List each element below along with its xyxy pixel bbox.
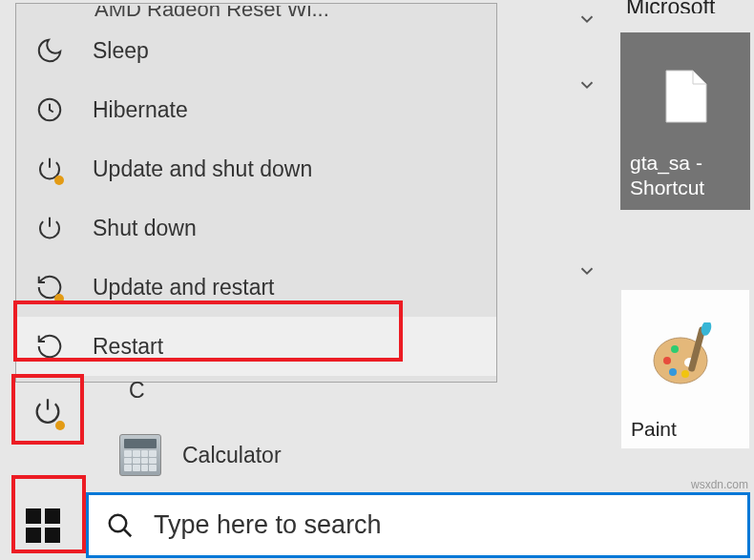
power-options-menu: AMD Radeon Reset Wi... Sleep Hibernate [15,3,497,383]
power-update-icon [33,153,66,185]
tile-paint-label: Paint [631,418,677,441]
truncated-app-name: AMD Radeon Reset Wi... [16,6,496,21]
clock-icon [33,93,66,126]
tile-gta-sa-shortcut[interactable]: gta_sa - Shortcut [620,32,750,210]
restart-icon [33,330,66,363]
restart-label: Restart [93,334,163,360]
windows-logo-icon [26,508,60,543]
calculator-icon [119,434,161,476]
sleep-label: Sleep [93,38,149,64]
start-button[interactable] [0,490,86,560]
shutdown-label: Shut down [93,216,197,241]
update-restart-item[interactable]: Update and restart [16,258,496,317]
restart-update-icon [33,271,66,303]
sleep-item[interactable]: Sleep [16,21,496,80]
update-shutdown-label: Update and shut down [93,156,312,182]
shutdown-item[interactable]: Shut down [16,198,496,258]
start-menu-area: AMD Radeon Reset Wi... Sleep Hibernate [0,0,607,560]
file-icon [664,69,708,128]
svg-point-6 [671,345,679,353]
calculator-app-item[interactable]: Calculator [119,434,282,476]
svg-point-4 [669,368,677,376]
svg-rect-10 [45,508,60,524]
search-icon [106,511,135,540]
section-letter-c[interactable]: C [129,378,145,404]
update-shutdown-item[interactable]: Update and shut down [16,139,496,198]
tile-group-label-cut: Microsoft S... [626,0,754,13]
chevron-down-icon[interactable] [576,9,597,30]
chevron-down-icon[interactable] [576,260,597,281]
hibernate-label: Hibernate [93,97,188,123]
chevron-down-icon[interactable] [576,74,597,95]
svg-rect-12 [45,528,60,543]
paint-palette-icon [652,322,724,393]
svg-rect-11 [26,528,41,543]
svg-point-5 [681,370,689,378]
moon-icon [33,34,66,67]
watermark: wsxdn.com [691,478,748,491]
hibernate-item[interactable]: Hibernate [16,80,496,139]
svg-point-3 [663,357,671,364]
tile-gta-label: gta_sa - Shortcut [630,151,750,200]
restart-item[interactable]: Restart [16,317,496,376]
svg-rect-9 [26,508,41,524]
svg-point-13 [110,514,127,531]
search-placeholder: Type here to search [154,510,382,540]
power-button[interactable] [23,386,73,436]
taskbar-search-box[interactable]: Type here to search [86,492,750,558]
tile-paint[interactable]: Paint [620,289,750,449]
calculator-label: Calculator [182,443,282,468]
taskbar: Type here to search [0,490,754,560]
power-icon [33,212,66,244]
update-restart-label: Update and restart [93,275,275,301]
